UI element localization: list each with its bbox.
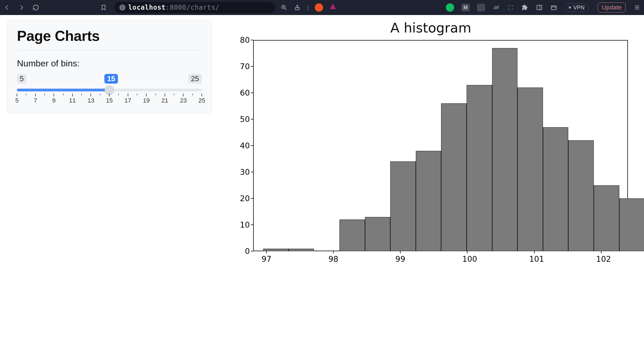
brave-rewards-icon[interactable]: [329, 3, 336, 12]
controls-card: Page Charts Number of bins: 5 15 25 5791…: [7, 20, 212, 113]
extensions-puzzle-icon[interactable]: [521, 4, 529, 11]
histogram-bar: [289, 249, 314, 251]
browser-toolbar: ! localhost:8000/charts/ | M VPN Update: [0, 0, 644, 15]
histogram-bar: [390, 161, 416, 251]
histogram-bar: [365, 217, 391, 251]
vpn-pill[interactable]: VPN: [565, 3, 589, 12]
grammarly-icon[interactable]: [446, 3, 454, 12]
site-info-icon[interactable]: !: [119, 4, 125, 11]
url-text: localhost:8000/charts/: [128, 4, 220, 11]
camera-ext-icon[interactable]: [477, 4, 485, 11]
address-bar[interactable]: ! localhost:8000/charts/: [114, 2, 275, 13]
histogram-bar: [492, 48, 518, 251]
histogram-bar: [339, 220, 365, 251]
slider-max-badge: 25: [188, 74, 202, 84]
brave-shield-icon[interactable]: [315, 3, 323, 12]
divider: [17, 50, 202, 51]
slider-label: Number of bins:: [17, 58, 202, 69]
histogram-bar: [594, 185, 619, 251]
histogram-bar: [441, 103, 467, 251]
histogram-bar: [543, 127, 568, 251]
histogram-bar: [416, 151, 441, 251]
svg-rect-2: [537, 5, 542, 10]
histogram-plot: 01020304050607080979899100101102: [231, 37, 631, 268]
slider-value-badge: 15: [104, 74, 118, 84]
nav-forward-icon[interactable]: [18, 4, 25, 11]
zoom-icon[interactable]: [280, 4, 288, 11]
slider-ticks: 5791113151719212325: [17, 94, 202, 103]
histogram-bar: [517, 88, 543, 251]
bins-slider[interactable]: [17, 87, 202, 93]
extensions-row: M VPN Update: [446, 3, 641, 13]
histogram-bar: [568, 140, 594, 251]
histogram-bar: [263, 249, 289, 251]
share-icon[interactable]: [294, 4, 301, 11]
reload-icon[interactable]: [32, 4, 39, 11]
nav-back-icon[interactable]: [3, 4, 11, 11]
menu-icon[interactable]: [633, 4, 641, 11]
bookmark-icon[interactable]: [100, 4, 107, 11]
page-title: Page Charts: [17, 28, 202, 44]
histogram-bar: [619, 198, 644, 251]
sidepanel-icon[interactable]: [536, 4, 543, 11]
histogram-bar: [467, 85, 492, 251]
ext-icon-1[interactable]: [492, 4, 500, 11]
wallet-icon[interactable]: [550, 4, 557, 11]
gmail-icon[interactable]: M: [461, 4, 470, 11]
svg-rect-3: [551, 6, 556, 10]
chart-title: A histogram: [390, 20, 471, 36]
update-button[interactable]: Update: [598, 3, 626, 13]
fullscreen-icon[interactable]: [507, 4, 514, 11]
slider-min-badge: 5: [17, 74, 26, 84]
chart-panel: A histogram 0102030405060708097989910010…: [220, 20, 641, 268]
